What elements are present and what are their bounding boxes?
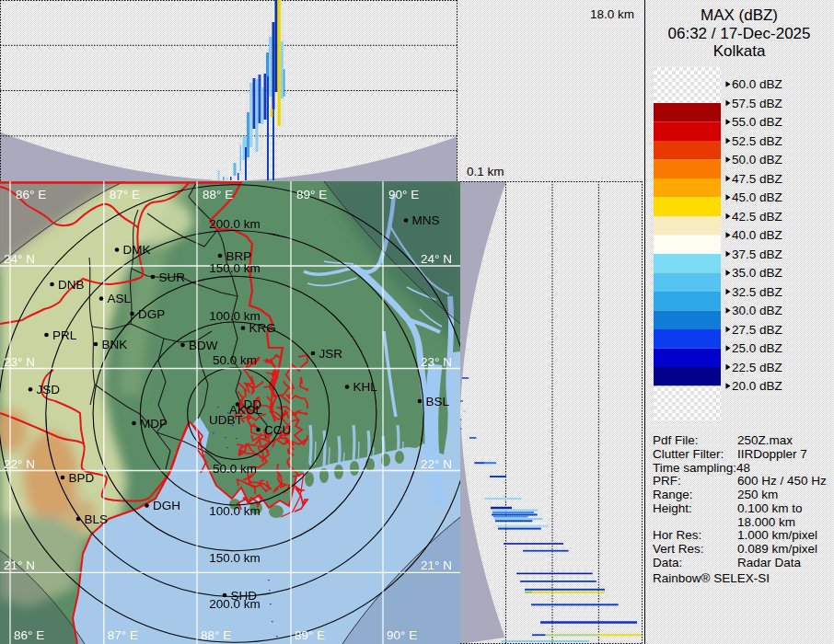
svg-text:MNS: MNS — [412, 213, 440, 227]
svg-text:50.0 km: 50.0 km — [213, 462, 257, 476]
svg-text:27.5 dBZ: 27.5 dBZ — [732, 323, 782, 337]
svg-text:35.0 dBZ: 35.0 dBZ — [732, 266, 782, 280]
svg-text:20.0 dBZ: 20.0 dBZ — [732, 379, 782, 393]
svg-text:40.0 dBZ: 40.0 dBZ — [732, 228, 782, 242]
svg-text:89° E: 89° E — [295, 628, 325, 642]
svg-text:SUR: SUR — [159, 270, 186, 284]
svg-text:22.5 dBZ: 22.5 dBZ — [732, 361, 782, 374]
svg-text:22° N: 22° N — [4, 457, 35, 471]
svg-text:200.0 km: 200.0 km — [209, 217, 261, 231]
svg-text:BDW: BDW — [189, 339, 218, 352]
svg-text:90° E: 90° E — [388, 188, 419, 201]
svg-text:55.0 dBZ: 55.0 dBZ — [732, 115, 782, 129]
svg-text:CCU: CCU — [264, 423, 291, 437]
svg-text:ASL: ASL — [108, 292, 132, 305]
svg-text:86° E: 86° E — [16, 188, 46, 201]
svg-text:88° E: 88° E — [203, 188, 233, 201]
svg-text:32.5 dBZ: 32.5 dBZ — [732, 285, 782, 299]
svg-text:50.0 dBZ: 50.0 dBZ — [732, 153, 782, 167]
svg-text:150.0 km: 150.0 km — [209, 551, 261, 565]
svg-text:57.5 dBZ: 57.5 dBZ — [732, 97, 782, 110]
svg-text:BNK: BNK — [102, 338, 128, 351]
svg-text:150.0 km: 150.0 km — [209, 261, 261, 275]
svg-text:47.5 dBZ: 47.5 dBZ — [732, 172, 782, 186]
svg-text:MDP: MDP — [140, 417, 168, 431]
svg-text:KHL: KHL — [353, 380, 378, 394]
svg-text:52.5 dBZ: 52.5 dBZ — [732, 134, 782, 148]
svg-text:UDBT: UDBT — [209, 413, 243, 427]
svg-text:24° N: 24° N — [421, 252, 452, 266]
svg-text:100.0 km: 100.0 km — [209, 504, 261, 518]
svg-text:DNB: DNB — [58, 278, 85, 292]
svg-text:22° N: 22° N — [421, 457, 452, 471]
svg-text:DMK: DMK — [123, 243, 151, 257]
svg-text:88° E: 88° E — [201, 628, 231, 642]
svg-text:23° N: 23° N — [421, 355, 452, 369]
svg-text:BPD: BPD — [69, 471, 95, 485]
svg-text:86° E: 86° E — [14, 628, 44, 642]
svg-text:DGH: DGH — [153, 499, 180, 512]
svg-text:25.0 dBZ: 25.0 dBZ — [732, 341, 782, 355]
svg-text:30.0 dBZ: 30.0 dBZ — [732, 304, 782, 317]
svg-text:JSD: JSD — [37, 383, 61, 397]
svg-text:24° N: 24° N — [4, 252, 35, 266]
svg-text:KRG: KRG — [249, 321, 276, 335]
svg-text:BSL: BSL — [426, 395, 450, 408]
svg-text:87° E: 87° E — [108, 628, 138, 642]
svg-text:BLS: BLS — [85, 512, 109, 526]
svg-text:90° E: 90° E — [387, 628, 417, 642]
svg-text:89° E: 89° E — [296, 188, 327, 201]
svg-text:87° E: 87° E — [110, 188, 140, 201]
svg-text:21° N: 21° N — [4, 558, 35, 572]
svg-text:23° N: 23° N — [4, 355, 35, 369]
svg-text:60.0 dBZ: 60.0 dBZ — [732, 77, 782, 91]
svg-text:50.0 km: 50.0 km — [213, 353, 257, 367]
svg-text:DGP: DGP — [138, 307, 165, 321]
svg-text:21° N: 21° N — [421, 558, 452, 572]
svg-text:PRL: PRL — [52, 328, 77, 342]
svg-text:SHD: SHD — [231, 589, 258, 603]
svg-text:45.0 dBZ: 45.0 dBZ — [732, 190, 782, 204]
svg-text:37.5 dBZ: 37.5 dBZ — [732, 247, 782, 261]
svg-text:42.5 dBZ: 42.5 dBZ — [732, 210, 782, 224]
svg-text:BRP: BRP — [226, 249, 252, 263]
svg-text:JSR: JSR — [319, 347, 343, 361]
